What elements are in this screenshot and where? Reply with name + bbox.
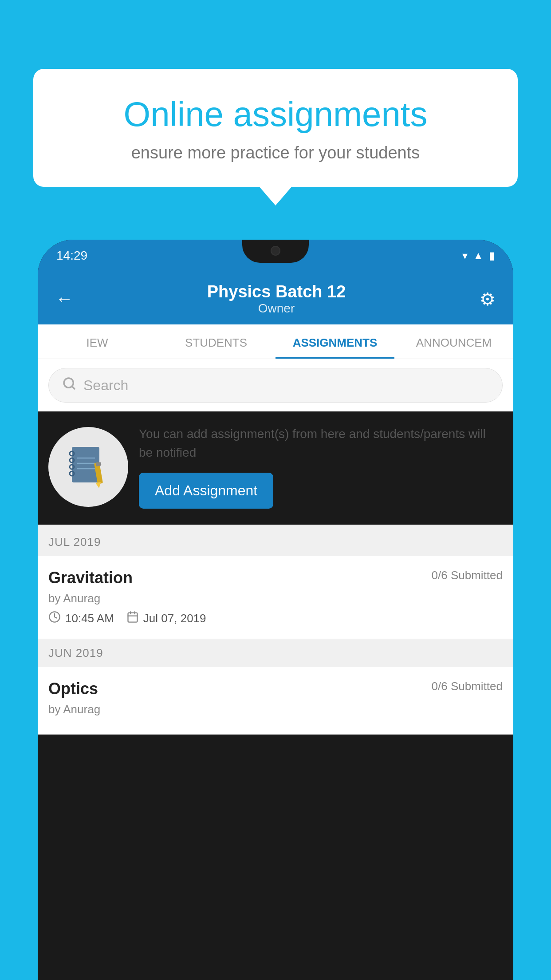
speech-bubble: Online assignments ensure more practice … [33,69,518,187]
header-title: Physics Batch 12 [207,282,346,301]
wifi-icon: ▾ [462,249,468,262]
app-header: ← Physics Batch 12 Owner ⚙ [38,272,513,324]
status-bar: 14:29 ▾ ▲ ▮ [38,240,513,272]
header-subtitle: Owner [207,301,346,316]
search-bar[interactable]: Search [48,368,503,403]
promo-text-area: You can add assignment(s) from here and … [139,425,503,509]
battery-icon: ▮ [489,249,495,262]
assignment-row-top-optics: Optics 0/6 Submitted [48,680,503,698]
tab-view[interactable]: IEW [38,324,157,359]
assignment-name-optics: Optics [48,680,98,698]
promo-description: You can add assignment(s) from here and … [139,425,503,462]
notebook-icon [68,445,108,489]
svg-rect-14 [128,613,137,622]
header-center: Physics Batch 12 Owner [207,282,346,316]
assignment-name: Gravitation [48,569,133,587]
month-header-jul: JUL 2019 [38,528,513,556]
assignment-meta: 10:45 AM Jul 07, 2019 [48,611,503,626]
month-header-jun: JUN 2019 [38,639,513,667]
calendar-icon [126,611,139,626]
assignment-row-top: Gravitation 0/6 Submitted [48,569,503,587]
assignment-item-optics[interactable]: Optics 0/6 Submitted by Anurag [38,667,513,735]
search-placeholder: Search [83,377,128,394]
bubble-subtitle: ensure more practice for your students [64,143,487,162]
assignment-time: 10:45 AM [65,612,114,625]
status-time: 14:29 [56,249,87,263]
clock-icon [48,611,61,626]
signal-icon: ▲ [473,249,484,262]
promo-section: You can add assignment(s) from here and … [38,411,513,528]
settings-icon[interactable]: ⚙ [480,289,496,309]
phone-frame: 14:29 ▾ ▲ ▮ ← Physics Batch 12 Owner ⚙ I… [38,240,513,980]
back-button[interactable]: ← [55,289,73,309]
assignment-item-gravitation[interactable]: Gravitation 0/6 Submitted by Anurag 10:4… [38,556,513,639]
notch [242,240,309,263]
assignment-date: Jul 07, 2019 [143,612,206,625]
add-assignment-button[interactable]: Add Assignment [139,473,273,509]
meta-time: 10:45 AM [48,611,114,626]
bubble-title: Online assignments [64,95,487,134]
promo-icon-circle [48,427,128,507]
tab-announcements[interactable]: ANNOUNCEM [394,324,513,359]
tab-bar: IEW STUDENTS ASSIGNMENTS ANNOUNCEM [38,324,513,359]
camera-icon [271,246,280,256]
search-bar-container: Search [38,359,513,411]
status-icons: ▾ ▲ ▮ [462,249,495,262]
svg-line-1 [72,386,75,389]
tab-assignments[interactable]: ASSIGNMENTS [276,324,394,359]
assignment-by: by Anurag [48,592,503,605]
search-icon [62,376,76,394]
meta-date: Jul 07, 2019 [126,611,206,626]
tab-students[interactable]: STUDENTS [157,324,276,359]
speech-bubble-container: Online assignments ensure more practice … [33,69,518,187]
phone-container: 14:29 ▾ ▲ ▮ ← Physics Batch 12 Owner ⚙ I… [38,240,513,980]
assignment-submitted-optics: 0/6 Submitted [432,680,503,693]
assignment-submitted: 0/6 Submitted [432,569,503,582]
assignment-by-optics: by Anurag [48,703,503,716]
